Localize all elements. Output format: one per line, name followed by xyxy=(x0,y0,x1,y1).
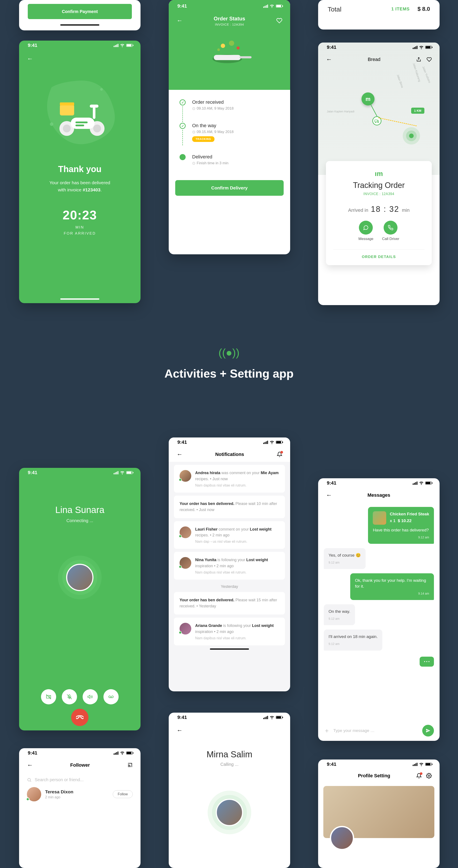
order-thumb xyxy=(373,511,386,525)
notification-item[interactable]: Your order has ben delivered. Please wai… xyxy=(174,496,285,518)
message-input[interactable]: Type your message … xyxy=(333,728,419,733)
section-title: ((●)) Activities + Setting app xyxy=(0,346,458,380)
status-bar: 9:41 xyxy=(169,1,290,11)
distance-badge: 1 KM xyxy=(411,107,424,114)
chat-bubble-me[interactable]: Ok, thank you for your help. I'm waiting… xyxy=(350,573,434,600)
total-label: Total xyxy=(328,6,341,13)
map-title: Bread xyxy=(368,57,381,62)
svg-point-28 xyxy=(111,696,113,698)
call-status: Calling ... xyxy=(169,762,290,767)
status-bar: 9:41 xyxy=(169,437,290,447)
follower-title: Follower xyxy=(70,762,90,768)
follower-name: Teresa Dixon xyxy=(45,789,109,795)
back-icon[interactable]: ← xyxy=(176,451,183,458)
svg-rect-17 xyxy=(75,122,88,123)
back-icon[interactable]: ← xyxy=(326,492,332,499)
caller-name: Lina Sunara xyxy=(19,505,140,515)
end-call-button[interactable] xyxy=(71,709,89,726)
share-icon[interactable] xyxy=(416,57,421,62)
profile-avatar[interactable] xyxy=(330,826,354,850)
road-label: Jalan Kapten Hariyadi xyxy=(327,110,354,113)
status-bar: 9:41 xyxy=(318,478,439,488)
follow-button[interactable]: Follow xyxy=(113,790,133,798)
back-icon[interactable]: ← xyxy=(27,762,33,769)
notification-item[interactable]: Lauri Fisher comment on your Lost weight… xyxy=(174,521,285,549)
svg-point-10 xyxy=(100,88,103,91)
order-name: Chicken Fried Steak xyxy=(390,511,429,517)
svg-point-24 xyxy=(375,122,376,123)
search-input[interactable]: Search person or friend... xyxy=(27,777,133,782)
step-sub: Finish time in 3 min xyxy=(192,161,228,165)
map-area[interactable]: 9:41 ← Bread Jalan Kaliurang Jalan Bima … xyxy=(318,42,439,175)
follower-row[interactable]: Teresa Dixon 2 min ago Follow xyxy=(27,787,133,801)
bell-icon[interactable] xyxy=(277,452,282,457)
svg-rect-20 xyxy=(60,102,74,105)
back-icon[interactable]: ← xyxy=(176,17,183,24)
speaker-icon[interactable] xyxy=(83,689,98,704)
tracking-badge[interactable]: TRACKING xyxy=(192,136,215,142)
thank-you-message: Your order has been delivered with invoi… xyxy=(19,179,140,193)
heart-icon[interactable] xyxy=(427,57,432,62)
thank-you-screen: 9:41 ← Thank you Your order has been del… xyxy=(19,40,140,303)
step-sub: 09.15 AM, 9 May 2018 xyxy=(192,130,234,134)
heart-icon[interactable] xyxy=(276,18,282,24)
notification-item[interactable]: Your order has ben delivered. Please wai… xyxy=(174,592,285,615)
confirm-delivery-button[interactable]: Confirm Delivery xyxy=(175,180,284,196)
cast-icon[interactable] xyxy=(127,762,133,768)
mic-off-icon[interactable] xyxy=(62,689,77,704)
order-status-invoice: INVOICE : 12A394 xyxy=(214,23,245,26)
order-details-link[interactable]: ORDER DETAILS xyxy=(333,249,424,259)
back-icon[interactable]: ← xyxy=(176,727,183,734)
profile-title: Profile Setting xyxy=(358,773,390,779)
messages-screen: 9:41 ← Messages Chicken Fried Steak x 1 … xyxy=(318,478,439,741)
notification-item[interactable]: Ariana Grande is following your Lost wei… xyxy=(174,618,285,645)
avatar xyxy=(179,470,191,482)
status-bar: 9:41 xyxy=(318,760,439,769)
gear-icon[interactable] xyxy=(426,773,432,779)
call-driver-button[interactable]: Call Driver xyxy=(382,221,399,241)
svg-rect-1 xyxy=(214,55,241,60)
cover-photo[interactable] xyxy=(323,786,434,838)
caller-name: Mirna Salim xyxy=(169,749,290,759)
notifications-screen: 9:41 ← Notifications Andrea hirata was c… xyxy=(169,437,290,691)
svg-rect-23 xyxy=(375,120,377,122)
step-check-icon: ✓ xyxy=(179,123,186,129)
scooter-illustration xyxy=(19,62,140,164)
chat-bubble-me[interactable]: Chicken Fried Steak x 1 $ 10.22 Have thi… xyxy=(368,507,434,544)
caller-avatar xyxy=(216,799,243,826)
camera-off-icon[interactable] xyxy=(41,689,56,704)
chat-bubble-them[interactable]: On the way. 9.12 am xyxy=(324,604,355,625)
total-items: 1 ITEMS xyxy=(391,6,410,11)
merchant-pin-icon[interactable]: m xyxy=(361,92,374,105)
notification-item[interactable]: Nina Yunita is following your Lost weigh… xyxy=(174,552,285,580)
avatar xyxy=(179,526,191,538)
tracking-invoice: INVOICE : 12A394 xyxy=(333,192,424,196)
bell-icon[interactable] xyxy=(416,773,422,779)
notifications-title: Notifications xyxy=(215,452,244,457)
notification-item[interactable]: Andrea hirata was comment on your Mie Ay… xyxy=(174,465,285,493)
add-attachment-icon[interactable]: ＋ xyxy=(324,726,330,735)
svg-point-5 xyxy=(237,46,240,50)
more-options-button[interactable]: • • • xyxy=(420,657,434,666)
search-icon xyxy=(27,777,32,782)
calling-screen: 9:41 ← Mirna Salim Calling ... xyxy=(169,713,290,868)
back-icon[interactable]: ← xyxy=(326,56,332,63)
send-button[interactable] xyxy=(422,725,434,737)
status-bar: 9:41 xyxy=(19,40,140,50)
phone-icon xyxy=(384,221,397,235)
confirm-payment-button[interactable]: Confirm Payment xyxy=(28,4,132,19)
svg-point-30 xyxy=(428,775,430,777)
arrival-eta: Arrived in 18 : 32 min xyxy=(333,205,424,214)
chat-bubble-them[interactable]: Yes, of course 😊 9.12 am xyxy=(324,548,366,569)
back-icon[interactable]: ← xyxy=(27,55,33,62)
voicemail-icon[interactable] xyxy=(103,689,119,704)
svg-point-15 xyxy=(93,125,101,132)
chat-bubble-them[interactable]: I'll arrived on 18 min again. 9.12 am xyxy=(324,629,382,650)
step-check-icon: ✓ xyxy=(179,99,186,105)
incoming-call-screen: 9:41 Lina Sunara Connecting ... xyxy=(19,468,140,731)
avatar xyxy=(27,787,41,801)
svg-point-4 xyxy=(229,40,234,46)
message-button[interactable]: Message xyxy=(358,221,373,241)
caller-avatar xyxy=(66,564,94,591)
call-status: Connecting ... xyxy=(19,518,140,523)
